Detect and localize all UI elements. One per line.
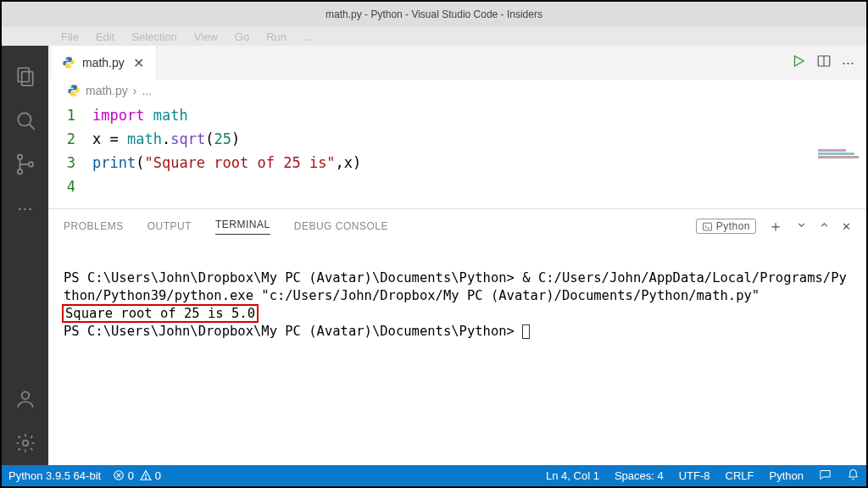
svg-point-2 <box>18 113 31 125</box>
menu-item[interactable]: Edit <box>96 30 114 43</box>
status-eol[interactable]: CRLF <box>726 469 754 482</box>
status-spaces[interactable]: Spaces: 4 <box>615 469 664 482</box>
more-icon[interactable]: ··· <box>2 186 48 230</box>
tab-bar: math.py ✕ ··· <box>48 46 866 80</box>
close-tab-icon[interactable]: ✕ <box>131 55 146 71</box>
terminal-highlighted-output: Square root of 25 is 5.0 <box>64 306 257 321</box>
close-panel-icon[interactable]: ✕ <box>842 220 852 233</box>
new-terminal-icon[interactable]: ＋ <box>768 216 784 236</box>
breadcrumb-separator-icon: › <box>133 84 137 97</box>
terminal-panel: PROBLEMSOUTPUTTERMINALDEBUG CONSOLE Pyth… <box>48 208 866 378</box>
line-number: 2 <box>48 127 92 151</box>
line-number: 4 <box>48 175 92 198</box>
svg-point-7 <box>21 391 29 399</box>
python-file-icon <box>62 56 75 69</box>
tab-actions: ··· <box>791 46 866 80</box>
status-errors-warnings[interactable]: 0 0 <box>113 469 161 482</box>
code-line: 1import math <box>48 103 866 127</box>
line-number: 3 <box>48 151 92 175</box>
menu-item[interactable]: Go <box>235 30 249 43</box>
settings-gear-icon[interactable] <box>2 421 48 465</box>
terminal-prompt: PS C:\Users\John\Dropbox\My PC (Avatar)\… <box>64 324 522 339</box>
code-content[interactable] <box>92 175 866 198</box>
more-actions-icon[interactable]: ··· <box>842 54 854 72</box>
menu-item[interactable]: Selection <box>131 30 176 43</box>
code-line: 4 <box>48 175 866 198</box>
source-control-icon[interactable] <box>2 142 48 186</box>
menubar: FileEditSelectionViewGoRun... <box>2 27 866 46</box>
terminal-shell-select[interactable]: Python <box>696 219 756 234</box>
minimap[interactable] <box>818 149 865 161</box>
maximize-panel-icon[interactable] <box>819 219 830 233</box>
split-editor-icon[interactable] <box>816 53 832 72</box>
terminal-output[interactable]: PS C:\Users\John\Dropbox\My PC (Avatar)\… <box>48 243 866 378</box>
svg-line-3 <box>29 124 35 130</box>
search-icon[interactable] <box>2 98 48 142</box>
breadcrumb-file: math.py <box>86 84 128 97</box>
code-content[interactable]: print("Square root of 25 is",x) <box>92 151 866 175</box>
status-python-interpreter[interactable]: Python 3.9.5 64-bit <box>8 469 101 482</box>
code-line: 2x = math.sqrt(25) <box>48 127 866 151</box>
svg-rect-1 <box>21 72 32 86</box>
svg-rect-0 <box>18 68 29 81</box>
account-icon[interactable] <box>2 377 48 421</box>
activity-bar: ··· <box>2 46 48 465</box>
code-line: 3print("Square root of 25 is",x) <box>48 151 866 175</box>
window-title: math.py - Python - Visual Studio Code - … <box>326 8 542 20</box>
svg-point-8 <box>22 441 28 446</box>
menu-item[interactable]: Run <box>266 30 287 43</box>
svg-marker-9 <box>794 56 804 66</box>
menu-item[interactable]: ... <box>303 30 313 43</box>
tab-filename: math.py <box>82 56 125 69</box>
menu-item[interactable]: View <box>194 30 218 43</box>
panel-tab-debug-console[interactable]: DEBUG CONSOLE <box>294 220 388 232</box>
svg-point-5 <box>17 169 21 174</box>
explorer-icon[interactable] <box>2 54 48 98</box>
status-ln-col[interactable]: Ln 4, Col 1 <box>546 469 599 482</box>
panel-tab-output[interactable]: OUTPUT <box>147 220 192 232</box>
svg-rect-12 <box>703 223 711 230</box>
terminal-line: PS C:\Users\John\Dropbox\My PC (Avatar)\… <box>64 270 847 303</box>
panel-tab-problems[interactable]: PROBLEMS <box>64 220 124 232</box>
svg-point-17 <box>146 478 147 479</box>
titlebar: math.py - Python - Visual Studio Code - … <box>2 2 866 27</box>
code-content[interactable]: import math <box>92 103 866 127</box>
split-terminal-dropdown-icon[interactable] <box>796 219 807 233</box>
svg-point-6 <box>28 162 32 166</box>
status-bar: Python 3.9.5 64-bit 0 0 Ln 4, Col 1 Spac… <box>2 465 866 486</box>
editor-tab[interactable]: math.py ✕ <box>52 46 157 80</box>
run-icon[interactable] <box>791 53 806 72</box>
menu-item[interactable]: File <box>61 30 79 43</box>
status-encoding[interactable]: UTF-8 <box>679 469 710 482</box>
status-language-mode[interactable]: Python <box>770 469 804 482</box>
terminal-cursor <box>522 324 530 339</box>
code-content[interactable]: x = math.sqrt(25) <box>92 127 866 151</box>
breadcrumb[interactable]: math.py › ... <box>48 80 866 102</box>
breadcrumb-more: ... <box>142 84 152 97</box>
svg-point-4 <box>17 155 21 159</box>
python-file-icon <box>67 84 81 97</box>
panel-tab-terminal[interactable]: TERMINAL <box>215 219 270 235</box>
status-feedback-icon[interactable] <box>819 469 832 484</box>
line-number: 1 <box>48 103 92 127</box>
panel-tabs: PROBLEMSOUTPUTTERMINALDEBUG CONSOLE Pyth… <box>48 209 866 243</box>
status-notifications-icon[interactable] <box>847 469 860 484</box>
editor-area: math.py ✕ ··· math.py › ... 1import math… <box>48 46 866 465</box>
panel-actions: Python ＋ ✕ <box>696 216 851 236</box>
code-editor[interactable]: 1import math2x = math.sqrt(25)3print("Sq… <box>48 102 866 208</box>
